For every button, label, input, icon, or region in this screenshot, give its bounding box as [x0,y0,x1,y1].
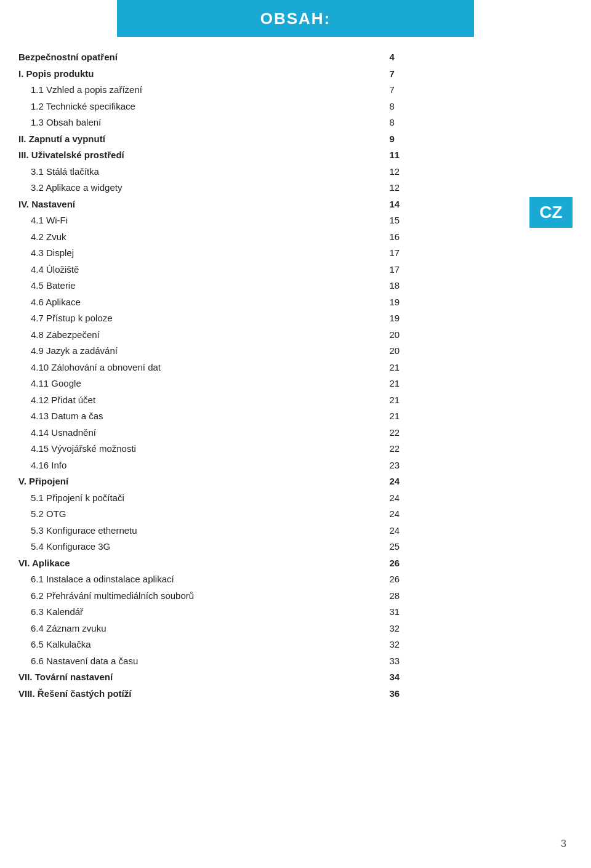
toc-item-label: 4.12 Přidat účet [18,392,384,409]
toc-item-label: 4.6 Aplikace [18,294,384,311]
toc-item-page: 28 [384,588,505,605]
toc-row: 5.1 Připojení k počítači24 [18,490,505,507]
toc-item-label: 3.2 Aplikace a widgety [18,180,384,196]
toc-item-page: 24 [384,490,505,507]
toc-item-label: 4.4 Úložiště [18,262,384,278]
toc-item-page: 24 [384,523,505,539]
toc-row: 5.3 Konfigurace ethernetu24 [18,523,505,539]
toc-row: VIII. Řešení častých potíží36 [18,686,505,702]
toc-item-page: 21 [384,408,505,425]
page-container: OBSAH: CZ Bezpečnostní opatření4I. Popis… [0,0,591,868]
toc-row: VII. Tovární nastavení34 [18,669,505,686]
toc-row: 4.8 Zabezpečení20 [18,327,505,344]
toc-row: 4.9 Jazyk a zadávání20 [18,343,505,360]
toc-item-label: 6.2 Přehrávání multimediálních souborů [18,588,384,605]
toc-item-page: 23 [384,457,505,474]
header-title: OBSAH: [260,9,331,28]
toc-item-label: Bezpečnostní opatření [18,49,384,66]
toc-item-label: 4.3 Displej [18,245,384,262]
toc-item-label: 6.1 Instalace a odinstalace aplikací [18,571,384,588]
toc-row: 3.2 Aplikace a widgety12 [18,180,505,196]
toc-item-page: 20 [384,343,505,360]
toc-row: Bezpečnostní opatření4 [18,49,505,66]
toc-item-label: 4.16 Info [18,457,384,474]
toc-item-label: 4.14 Usnadnění [18,425,384,441]
toc-row: 4.1 Wi-Fi15 [18,212,505,229]
toc-area: Bezpečnostní opatření4I. Popis produktu7… [18,49,517,702]
toc-row: II. Zapnutí a vypnutí9 [18,131,505,148]
toc-row: VI. Aplikace26 [18,555,505,572]
toc-item-label: 6.4 Záznam zvuku [18,621,384,637]
toc-item-label: 4.13 Datum a čas [18,408,384,425]
toc-item-page: 26 [384,571,505,588]
toc-item-page: 12 [384,164,505,180]
toc-item-label: 5.2 OTG [18,506,384,523]
toc-item-page: 9 [384,131,505,148]
toc-row: 1.1 Vzhled a popis zařízení7 [18,82,505,98]
toc-item-page: 21 [384,360,505,376]
toc-row: I. Popis produktu7 [18,66,505,82]
toc-table: Bezpečnostní opatření4I. Popis produktu7… [18,49,505,702]
toc-item-page: 14 [384,196,505,213]
toc-row: 4.3 Displej17 [18,245,505,262]
toc-row: 4.10 Zálohování a obnovení dat21 [18,360,505,376]
toc-item-page: 17 [384,262,505,278]
toc-row: 4.15 Vývojářské možnosti22 [18,441,505,457]
toc-item-page: 19 [384,310,505,327]
toc-item-label: 1.1 Vzhled a popis zařízení [18,82,384,98]
toc-item-label: 4.2 Zvuk [18,229,384,246]
toc-item-page: 22 [384,441,505,457]
toc-item-page: 34 [384,669,505,686]
toc-row: 4.6 Aplikace19 [18,294,505,311]
toc-item-label: 1.3 Obsah balení [18,115,384,131]
toc-item-label: 6.5 Kalkulačka [18,637,384,653]
toc-row: 4.16 Info23 [18,457,505,474]
toc-row: 5.2 OTG24 [18,506,505,523]
toc-item-label: I. Popis produktu [18,66,384,82]
toc-item-page: 20 [384,327,505,344]
toc-row: III. Uživatelské prostředí11 [18,147,505,164]
toc-item-page: 7 [384,66,505,82]
toc-item-page: 8 [384,115,505,131]
toc-item-label: 6.3 Kalendář [18,604,384,621]
header-bar: OBSAH: [117,0,474,37]
toc-item-label: 4.15 Vývojářské možnosti [18,441,384,457]
toc-item-label: II. Zapnutí a vypnutí [18,131,384,148]
toc-row: 4.14 Usnadnění22 [18,425,505,441]
toc-item-label: 3.1 Stálá tlačítka [18,164,384,180]
toc-item-label: 6.6 Nastavení data a času [18,653,384,670]
toc-item-page: 17 [384,245,505,262]
toc-row: 6.2 Přehrávání multimediálních souborů28 [18,588,505,605]
toc-item-label: 4.5 Baterie [18,278,384,294]
toc-item-page: 18 [384,278,505,294]
toc-row: IV. Nastavení14 [18,196,505,213]
toc-item-page: 12 [384,180,505,196]
toc-item-label: 5.1 Připojení k počítači [18,490,384,507]
toc-row: V. Připojení24 [18,473,505,490]
toc-row: 4.7 Přístup k poloze19 [18,310,505,327]
toc-item-label: V. Připojení [18,473,384,490]
toc-item-page: 25 [384,539,505,555]
toc-item-page: 32 [384,621,505,637]
toc-item-page: 19 [384,294,505,311]
toc-item-page: 21 [384,392,505,409]
toc-row: 1.2 Technické specifikace8 [18,98,505,115]
toc-item-page: 21 [384,376,505,392]
toc-item-page: 22 [384,425,505,441]
cz-badge: CZ [529,197,573,228]
toc-item-page: 11 [384,147,505,164]
toc-row: 4.2 Zvuk16 [18,229,505,246]
toc-row: 4.11 Google21 [18,376,505,392]
toc-item-label: IV. Nastavení [18,196,384,213]
toc-row: 6.1 Instalace a odinstalace aplikací26 [18,571,505,588]
toc-row: 6.5 Kalkulačka32 [18,637,505,653]
toc-item-page: 32 [384,637,505,653]
toc-item-page: 36 [384,686,505,702]
toc-row: 4.4 Úložiště17 [18,262,505,278]
toc-row: 3.1 Stálá tlačítka12 [18,164,505,180]
toc-item-label: 4.11 Google [18,376,384,392]
toc-row: 4.12 Přidat účet21 [18,392,505,409]
toc-row: 6.3 Kalendář31 [18,604,505,621]
toc-item-page: 8 [384,98,505,115]
toc-row: 1.3 Obsah balení8 [18,115,505,131]
